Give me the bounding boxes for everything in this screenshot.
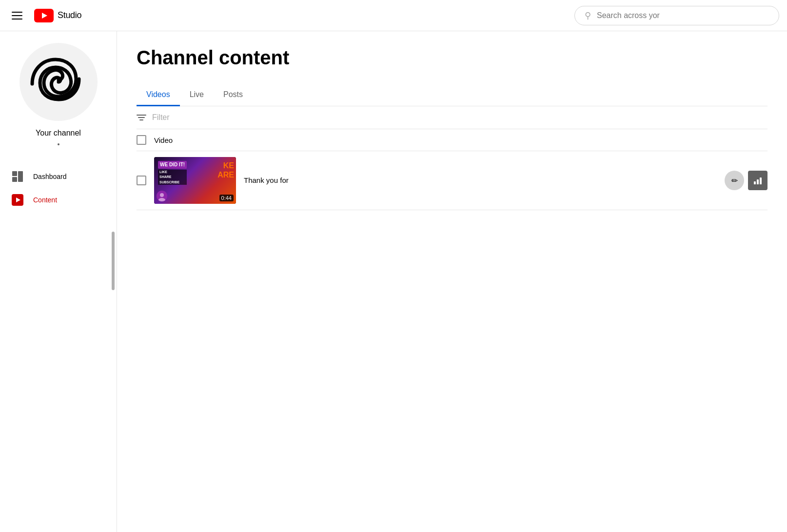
studio-label: Studio: [58, 10, 81, 20]
channel-name: Your channel: [36, 129, 81, 138]
youtube-studio-logo-icon: [34, 9, 54, 22]
table-row: WE DID IT! LIKE SHARE SUBSCRIBE KE ARE: [137, 151, 767, 210]
app-header: Studio ⚲: [0, 0, 787, 31]
sidebar-nav: Dashboard Content: [0, 165, 117, 212]
video-actions: ✏: [725, 171, 767, 190]
tab-live[interactable]: Live: [180, 84, 214, 106]
edit-button[interactable]: ✏: [725, 171, 744, 190]
channel-avatar-spiral-icon: [29, 53, 88, 111]
sidebar-scrollbar[interactable]: [112, 232, 115, 290]
share-label: SHARE: [158, 175, 187, 179]
thumbnail-side-text: KE ARE: [217, 161, 234, 179]
svg-point-3: [160, 193, 164, 197]
sidebar-item-dashboard[interactable]: Dashboard: [0, 165, 117, 188]
channel-dot-separator: [58, 143, 59, 145]
content-tabs: Videos Live Posts: [137, 84, 767, 106]
page-title: Channel content: [137, 47, 767, 69]
video-info: Thank you for: [244, 176, 717, 185]
logo-area[interactable]: Studio: [34, 9, 81, 22]
sidebar-item-dashboard-label: Dashboard: [33, 173, 67, 180]
col-video-label: Video: [154, 136, 173, 144]
subscribe-label: SUBSCRIBE: [158, 180, 187, 185]
table-header: Video: [137, 129, 767, 151]
header-search-area: ⚲: [574, 6, 779, 25]
tab-posts[interactable]: Posts: [214, 84, 253, 106]
content-icon: [12, 194, 23, 206]
filter-bar: Filter: [137, 106, 767, 129]
sidebar-item-content[interactable]: Content: [0, 188, 117, 212]
bar-chart-icon: [754, 177, 762, 184]
header-left: Studio: [8, 8, 81, 23]
analytics-button[interactable]: [748, 171, 767, 190]
menu-toggle-button[interactable]: [8, 8, 26, 23]
thumbnail-avatar: [157, 191, 167, 201]
dashboard-icon: [12, 171, 23, 182]
select-all-checkbox[interactable]: [137, 135, 146, 145]
sidebar-item-content-label: Content: [33, 196, 57, 204]
channel-avatar[interactable]: [20, 43, 98, 121]
main-content: Channel content Videos Live Posts Filter…: [117, 31, 787, 532]
filter-icon[interactable]: [137, 115, 146, 120]
filter-label[interactable]: Filter: [152, 113, 170, 122]
sidebar: Your channel Dashboard: [0, 31, 117, 532]
thumbnail-overlay-text: WE DID IT! LIKE SHARE SUBSCRIBE: [158, 161, 187, 185]
video-thumbnail[interactable]: WE DID IT! LIKE SHARE SUBSCRIBE KE ARE: [154, 157, 236, 204]
row-checkbox[interactable]: [137, 176, 146, 185]
search-icon: ⚲: [585, 10, 591, 21]
video-title: Thank you for: [244, 176, 289, 184]
side-text-1: KE: [217, 161, 234, 170]
like-label: LIKE: [158, 170, 187, 175]
thumbnail-inner: WE DID IT! LIKE SHARE SUBSCRIBE KE ARE: [154, 157, 236, 204]
app-body: Your channel Dashboard: [0, 31, 787, 532]
video-duration: 0:44: [219, 195, 234, 201]
search-box[interactable]: ⚲: [574, 6, 779, 25]
we-did-it-badge: WE DID IT!: [158, 161, 187, 169]
search-input[interactable]: [597, 11, 769, 20]
tab-videos[interactable]: Videos: [137, 84, 180, 106]
pencil-icon: ✏: [731, 176, 738, 185]
side-text-2: ARE: [217, 170, 234, 179]
